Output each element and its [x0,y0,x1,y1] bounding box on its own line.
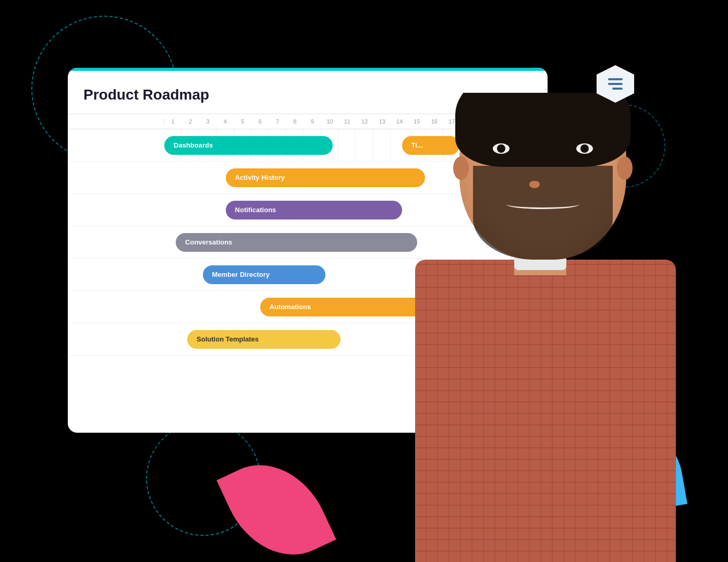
tn-2: 2 [181,118,199,125]
tn-11: 11 [338,118,356,125]
person-hair [455,93,630,167]
bar-dashboards[interactable]: Dashboards [164,136,333,155]
tn-7: 7 [269,118,286,125]
timeline-label-col [68,118,164,125]
hamburger-icon [608,78,623,90]
person-body [415,260,676,562]
hline-2 [608,83,623,85]
person-face [459,93,626,260]
bar-solution-templates[interactable]: Solution Templates [187,330,341,349]
person-ear-left [453,156,469,180]
person-ear-right [617,156,633,180]
tn-3: 3 [199,118,216,125]
tn-10: 10 [321,118,338,125]
person-smile [506,200,580,209]
hline-1 [608,78,623,80]
bar-member-directory[interactable]: Member Directory [203,265,325,284]
tn-4: 4 [216,118,234,125]
person-eye-right [576,143,593,154]
tn-6: 6 [251,118,269,125]
hline-3 [612,88,623,90]
menu-button[interactable] [597,65,634,103]
tn-1: 1 [164,118,181,125]
person-eye-left [493,143,509,154]
person-photo [373,93,718,562]
tn-5: 5 [234,118,251,125]
tn-12: 12 [356,118,373,125]
tn-8: 8 [286,118,304,125]
person-beard [473,166,613,260]
tn-9: 9 [304,118,321,125]
person-head [459,93,626,260]
scene: Product Roadmap 1 2 3 4 5 6 7 8 9 10 11 … [0,0,728,562]
